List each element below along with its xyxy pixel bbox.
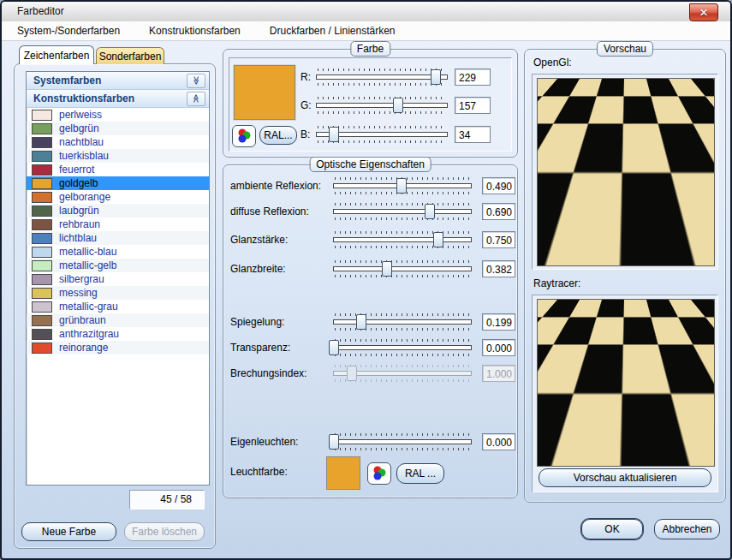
self-illumination-label: Eigenleuchten: bbox=[230, 432, 298, 451]
blue-value-field[interactable]: 34 bbox=[455, 126, 491, 143]
gloss-strength-row: Glanzstärke: 0.750 bbox=[230, 230, 513, 249]
mirroring-slider[interactable] bbox=[333, 313, 472, 331]
expand-button[interactable]: ≫ bbox=[187, 74, 205, 88]
gloss-width-label: Glanzbreite: bbox=[230, 259, 286, 278]
list-item[interactable]: nachtblau bbox=[27, 135, 209, 149]
title-bar[interactable]: Farbeditor ✕ bbox=[2, 2, 730, 22]
list-item[interactable]: metallic-grau bbox=[27, 300, 209, 313]
list-item[interactable]: messing bbox=[27, 286, 209, 300]
list-item[interactable]: anthrazitgrau bbox=[27, 327, 209, 341]
glow-color-swatch bbox=[326, 456, 360, 490]
list-item[interactable]: tuerkisblau bbox=[27, 149, 209, 163]
list-item[interactable]: gelborange bbox=[27, 190, 209, 204]
farbe-group: Farbe RAL... R: 229 G: 157 bbox=[223, 49, 518, 158]
group-header-label: Systemfarben bbox=[33, 74, 101, 86]
glow-color-label: Leuchtfarbe: bbox=[230, 462, 288, 481]
list-item-selected[interactable]: goldgelb bbox=[27, 176, 209, 190]
red-slider[interactable] bbox=[316, 68, 448, 86]
color-swatch bbox=[32, 137, 52, 148]
gloss-strength-slider[interactable] bbox=[333, 230, 472, 249]
diffuse-reflection-label: diffuse Reflexion: bbox=[230, 202, 309, 221]
diffuse-reflection-slider[interactable] bbox=[333, 202, 472, 221]
red-value-field[interactable]: 229 bbox=[455, 69, 491, 86]
ambient-reflection-slider[interactable] bbox=[333, 176, 472, 195]
self-illumination-row: Eigenleuchten: 0.000 bbox=[230, 432, 513, 451]
new-color-button[interactable]: Neue Farbe bbox=[21, 522, 116, 541]
green-value-field[interactable]: 157 bbox=[455, 97, 491, 114]
color-swatch bbox=[32, 288, 52, 299]
refresh-preview-button[interactable]: Vorschau aktualisieren bbox=[539, 468, 711, 487]
slider-thumb[interactable] bbox=[329, 434, 339, 450]
collapse-button[interactable]: ≫ bbox=[187, 92, 205, 106]
menu-konstruktionsfarben[interactable]: Konstruktionsfarben bbox=[149, 25, 241, 37]
list-item[interactable]: metallic-blau bbox=[27, 245, 209, 259]
refraction-index-slider bbox=[333, 364, 472, 383]
diffuse-reflection-value[interactable]: 0.690 bbox=[482, 203, 515, 220]
list-item[interactable]: reinorange bbox=[27, 341, 209, 354]
list-item[interactable]: perlweiss bbox=[27, 108, 209, 122]
green-slider[interactable] bbox=[316, 96, 448, 115]
window-title: Farbeditor bbox=[17, 5, 64, 17]
blue-channel-row: B: 34 bbox=[301, 125, 499, 144]
ambient-reflection-value[interactable]: 0.490 bbox=[482, 177, 515, 194]
list-item[interactable]: lichtblau bbox=[27, 231, 209, 245]
gloss-width-slider[interactable] bbox=[333, 259, 472, 278]
cancel-button[interactable]: Abbrechen bbox=[654, 519, 720, 539]
slider-thumb[interactable] bbox=[382, 261, 392, 277]
list-item[interactable]: feuerrot bbox=[27, 163, 209, 176]
menu-bar: System-/Sonderfarben Konstruktionsfarben… bbox=[2, 21, 730, 41]
transparency-row: Transparenz: 0.000 bbox=[230, 338, 513, 357]
slider-thumb[interactable] bbox=[433, 232, 443, 247]
color-swatch bbox=[32, 233, 52, 244]
tab-sonderfarben[interactable]: Sonderfarben bbox=[96, 47, 164, 64]
glow-ral-button[interactable]: RAL ... bbox=[396, 463, 444, 484]
ok-button[interactable]: OK bbox=[581, 519, 643, 539]
opengl-preview-image bbox=[537, 78, 715, 266]
preview-caption: Vorschau bbox=[597, 41, 653, 57]
self-illumination-value[interactable]: 0.000 bbox=[482, 433, 515, 450]
slider-thumb[interactable] bbox=[431, 69, 441, 85]
self-illumination-slider[interactable] bbox=[333, 432, 472, 451]
list-group-konstruktionsfarben[interactable]: Konstruktionsfarben ≫ bbox=[27, 90, 209, 108]
refraction-index-label: Brechungsindex: bbox=[230, 364, 306, 383]
mirroring-row: Spiegelung: 0.199 bbox=[230, 313, 513, 331]
current-color-swatch bbox=[234, 65, 295, 120]
rgb-picker-button[interactable] bbox=[232, 125, 256, 147]
list-item[interactable]: gelbgrün bbox=[27, 122, 209, 135]
blue-slider[interactable] bbox=[316, 125, 448, 144]
color-counter: 45 / 58 bbox=[129, 490, 205, 509]
glow-rgb-picker-button[interactable] bbox=[367, 462, 391, 485]
menu-system-sonderfarben[interactable]: System-/Sonderfarben bbox=[17, 25, 120, 37]
slider-thumb[interactable] bbox=[396, 178, 407, 194]
color-swatch bbox=[32, 151, 52, 162]
gloss-strength-value[interactable]: 0.750 bbox=[482, 231, 515, 248]
list-item[interactable]: rehbraun bbox=[27, 217, 209, 231]
tab-zeichenfarben[interactable]: Zeichenfarben bbox=[19, 45, 94, 64]
list-item[interactable]: metallic-gelb bbox=[27, 259, 209, 272]
chevron-down-icon: ≫ bbox=[192, 76, 200, 85]
transparency-value[interactable]: 0.000 bbox=[482, 339, 515, 356]
slider-thumb[interactable] bbox=[329, 127, 339, 142]
transparency-label: Transparenz: bbox=[230, 338, 290, 357]
slider-thumb[interactable] bbox=[329, 340, 339, 355]
slider-thumb[interactable] bbox=[425, 204, 435, 219]
slider-thumb[interactable] bbox=[393, 98, 403, 113]
list-group-systemfarben[interactable]: Systemfarben ≫ bbox=[27, 72, 209, 90]
gloss-width-value[interactable]: 0.382 bbox=[482, 260, 515, 277]
color-swatch bbox=[32, 178, 52, 189]
slider-thumb[interactable] bbox=[356, 314, 366, 330]
menu-druckfarben-linienstaerken[interactable]: Druckfarben / Linienstärken bbox=[270, 25, 396, 37]
diffuse-reflection-row: diffuse Reflexion: 0.690 bbox=[230, 202, 513, 221]
close-icon: ✕ bbox=[699, 7, 708, 19]
list-item[interactable]: grünbraun bbox=[27, 313, 209, 327]
ral-button[interactable]: RAL... bbox=[259, 126, 297, 145]
color-swatch bbox=[32, 206, 52, 217]
close-button[interactable]: ✕ bbox=[689, 3, 718, 21]
mirroring-label: Spiegelung: bbox=[230, 313, 284, 331]
mirroring-value[interactable]: 0.199 bbox=[482, 313, 515, 331]
list-item[interactable]: silbergrau bbox=[27, 272, 209, 286]
farbe-caption: Farbe bbox=[350, 41, 390, 57]
tab-sonderfarben-label: Sonderfarben bbox=[99, 51, 162, 63]
list-item[interactable]: laubgrün bbox=[27, 204, 209, 217]
transparency-slider[interactable] bbox=[333, 338, 472, 357]
